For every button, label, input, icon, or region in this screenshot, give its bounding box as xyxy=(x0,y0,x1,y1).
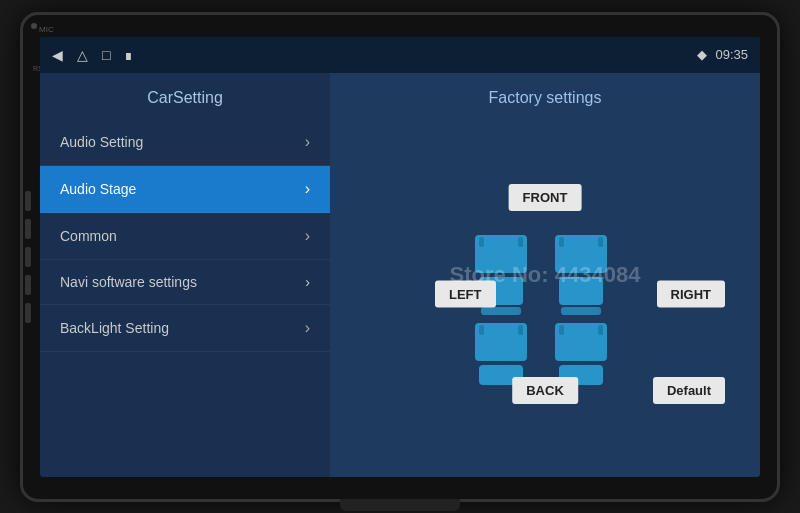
chevron-icon-0: › xyxy=(305,133,310,151)
back-button[interactable]: BACK xyxy=(512,377,578,404)
side-button-3[interactable] xyxy=(25,247,31,267)
chevron-icon-3: › xyxy=(305,274,310,290)
main-content: CarSetting Audio Setting › Audio Stage ›… xyxy=(40,73,760,477)
side-button-1[interactable] xyxy=(25,191,31,211)
clock: 09:35 xyxy=(715,47,748,62)
seat-diagram: FRONT xyxy=(445,184,645,404)
mic-label: MIC xyxy=(39,25,54,34)
nav-back-icon[interactable]: ◀ xyxy=(52,47,63,63)
sidebar-label-audio-stage: Audio Stage xyxy=(60,181,136,197)
side-button-2[interactable] xyxy=(25,219,31,239)
svg-rect-7 xyxy=(561,307,601,315)
status-right: ◆ 09:35 xyxy=(697,47,748,62)
chevron-icon-1: › xyxy=(305,180,310,198)
seat-area: FRONT xyxy=(346,127,744,461)
side-button-5[interactable] xyxy=(25,303,31,323)
right-button[interactable]: RIGHT xyxy=(657,280,725,307)
svg-rect-9 xyxy=(598,237,603,247)
chevron-icon-4: › xyxy=(305,319,310,337)
nav-extra-icon[interactable]: ∎ xyxy=(124,47,133,63)
sidebar-item-audio-setting[interactable]: Audio Setting › xyxy=(40,119,330,166)
svg-rect-6 xyxy=(559,277,603,305)
sidebar: CarSetting Audio Setting › Audio Stage ›… xyxy=(40,73,330,477)
sidebar-item-common[interactable]: Common › xyxy=(40,213,330,260)
sidebar-item-navi[interactable]: Navi software settings › xyxy=(40,260,330,305)
side-buttons xyxy=(25,191,31,323)
svg-rect-3 xyxy=(479,237,484,247)
svg-rect-17 xyxy=(598,325,603,335)
side-button-4[interactable] xyxy=(25,275,31,295)
nav-home-icon[interactable]: △ xyxy=(77,47,88,63)
status-bar: ◀ △ □ ∎ ◆ 09:35 xyxy=(40,37,760,73)
left-button[interactable]: LEFT xyxy=(435,280,496,307)
chevron-icon-2: › xyxy=(305,227,310,245)
sidebar-item-backlight[interactable]: BackLight Setting › xyxy=(40,305,330,352)
sidebar-label-navi: Navi software settings xyxy=(60,274,197,290)
location-icon: ◆ xyxy=(697,47,707,62)
sidebar-item-audio-stage[interactable]: Audio Stage › xyxy=(40,166,330,213)
default-button[interactable]: Default xyxy=(653,377,725,404)
sidebar-label-common: Common xyxy=(60,228,117,244)
screen: ◀ △ □ ∎ ◆ 09:35 CarSetting Audio Setting… xyxy=(40,37,760,477)
panel-title: Factory settings xyxy=(346,89,744,107)
svg-rect-8 xyxy=(559,237,564,247)
sidebar-label-backlight: BackLight Setting xyxy=(60,320,169,336)
sidebar-title: CarSetting xyxy=(40,81,330,119)
svg-rect-13 xyxy=(518,325,523,335)
svg-rect-2 xyxy=(481,307,521,315)
front-button[interactable]: FRONT xyxy=(509,184,582,211)
sidebar-label-audio-setting: Audio Setting xyxy=(60,134,143,150)
svg-rect-4 xyxy=(518,237,523,247)
svg-rect-12 xyxy=(479,325,484,335)
nav-recent-icon[interactable]: □ xyxy=(102,47,110,63)
nav-icons: ◀ △ □ ∎ xyxy=(52,47,133,63)
svg-rect-16 xyxy=(559,325,564,335)
car-device: MIC RS+ ◀ △ □ ∎ ◆ 09:35 CarSetting xyxy=(20,12,780,502)
right-panel: Factory settings FRONT xyxy=(330,73,760,477)
seat-svg xyxy=(465,220,625,400)
